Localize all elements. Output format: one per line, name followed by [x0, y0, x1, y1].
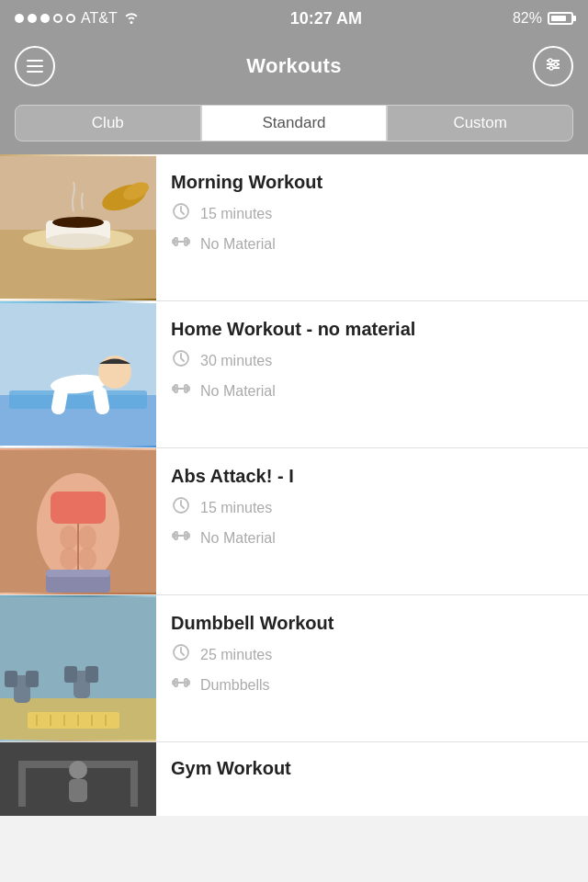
workout-name-3: Abs Attack! - I	[171, 465, 573, 487]
workout-name-1: Morning Workout	[171, 171, 573, 193]
dumbbell-icon-3	[171, 526, 191, 549]
svg-rect-56	[64, 666, 77, 683]
svg-point-12	[52, 217, 104, 228]
material-text-1: No Material	[200, 236, 276, 253]
duration-row-1: 15 minutes	[171, 202, 573, 225]
dumbbell-icon-1	[171, 232, 191, 255]
svg-rect-53	[5, 671, 17, 687]
workout-thumbnail-4	[0, 595, 156, 741]
dot-5	[66, 14, 75, 23]
battery-icon	[548, 12, 573, 25]
svg-point-39	[60, 548, 78, 570]
dot-1	[15, 14, 24, 23]
dumbbell-icon-2	[171, 379, 191, 402]
signal-dots	[15, 14, 75, 23]
duration-text-4: 25 minutes	[200, 647, 272, 663]
workout-name-5: Gym Workout	[171, 757, 573, 779]
hamburger-icon	[27, 60, 43, 73]
table-row[interactable]: Dumbbell Workout 25 minutes	[0, 595, 588, 742]
dot-4	[53, 14, 62, 23]
svg-rect-76	[69, 779, 87, 802]
workout-list: Morning Workout 15 minutes	[0, 154, 588, 816]
workout-info-2: Home Workout - no material 30 minutes	[156, 301, 588, 447]
tab-custom[interactable]: Custom	[387, 105, 573, 141]
duration-row-4: 25 minutes	[171, 643, 573, 666]
tab-club[interactable]: Club	[15, 105, 201, 141]
workout-meta-1: 15 minutes No Material	[171, 202, 573, 255]
duration-text-3: 15 minutes	[200, 500, 272, 516]
filter-icon	[543, 54, 563, 79]
svg-point-3	[548, 59, 552, 62]
clock-icon-2	[171, 349, 191, 372]
h-line-3	[27, 71, 43, 73]
dot-2	[28, 14, 37, 23]
wifi-icon	[123, 9, 140, 28]
status-bar: AT&T 10:27 AM 82%	[0, 0, 588, 37]
svg-point-4	[554, 62, 558, 66]
duration-row-2: 30 minutes	[171, 349, 573, 372]
h-line-1	[27, 60, 43, 62]
svg-point-37	[60, 526, 78, 549]
material-row-1: No Material	[171, 232, 573, 255]
workout-info-5: Gym Workout	[156, 742, 588, 816]
material-text-2: No Material	[200, 383, 276, 400]
material-row-2: No Material	[171, 379, 573, 402]
status-right: 82%	[513, 10, 573, 27]
table-row[interactable]: Abs Attack! - I 15 minutes	[0, 448, 588, 595]
carrier-label: AT&T	[81, 10, 118, 27]
svg-point-38	[78, 526, 96, 549]
workout-thumbnail-2	[0, 301, 156, 447]
workout-thumbnail-5	[0, 742, 156, 816]
duration-text-2: 30 minutes	[200, 353, 272, 369]
svg-rect-36	[51, 492, 106, 524]
svg-point-40	[78, 548, 96, 570]
status-time: 10:27 AM	[290, 9, 362, 28]
svg-rect-43	[46, 570, 110, 577]
table-row[interactable]: Gym Workout	[0, 742, 588, 816]
nav-bar: Workouts	[0, 37, 588, 96]
workout-info-4: Dumbbell Workout 25 minutes	[156, 595, 588, 741]
duration-row-3: 15 minutes	[171, 496, 573, 519]
menu-button[interactable]	[15, 46, 55, 86]
battery-percent: 82%	[513, 10, 542, 27]
nav-title: Workouts	[246, 54, 341, 78]
svg-point-11	[46, 233, 110, 248]
material-text-3: No Material	[200, 530, 276, 547]
material-text-4: Dumbbells	[200, 677, 270, 694]
filter-button[interactable]	[533, 46, 573, 86]
workout-name-2: Home Workout - no material	[171, 318, 573, 340]
svg-rect-57	[85, 666, 98, 683]
clock-icon-1	[171, 202, 191, 225]
svg-point-5	[549, 66, 553, 70]
dumbbell-icon-4	[171, 673, 191, 696]
h-line-2	[27, 65, 43, 67]
material-row-4: Dumbbells	[171, 673, 573, 696]
segment-control: Club Standard Custom	[0, 96, 588, 154]
workout-meta-2: 30 minutes No Material	[171, 349, 573, 402]
material-row-3: No Material	[171, 526, 573, 549]
tab-standard[interactable]: Standard	[201, 105, 388, 141]
workout-thumbnail-1	[0, 154, 156, 300]
workout-info-3: Abs Attack! - I 15 minutes	[156, 448, 588, 594]
svg-rect-54	[26, 671, 39, 687]
table-row[interactable]: Home Workout - no material 30 minutes	[0, 301, 588, 448]
svg-rect-74	[130, 761, 138, 807]
workout-thumbnail-3	[0, 448, 156, 594]
table-row[interactable]: Morning Workout 15 minutes	[0, 154, 588, 301]
svg-point-75	[69, 761, 87, 779]
workout-meta-3: 15 minutes No Material	[171, 496, 573, 549]
workout-name-4: Dumbbell Workout	[171, 612, 573, 634]
workout-meta-4: 25 minutes Dumbbells	[171, 643, 573, 696]
svg-rect-73	[18, 761, 26, 807]
dot-3	[40, 14, 50, 23]
clock-icon-3	[171, 496, 191, 519]
duration-text-1: 15 minutes	[200, 206, 272, 222]
status-left: AT&T	[15, 9, 140, 28]
clock-icon-4	[171, 643, 191, 666]
workout-info-1: Morning Workout 15 minutes	[156, 154, 588, 300]
